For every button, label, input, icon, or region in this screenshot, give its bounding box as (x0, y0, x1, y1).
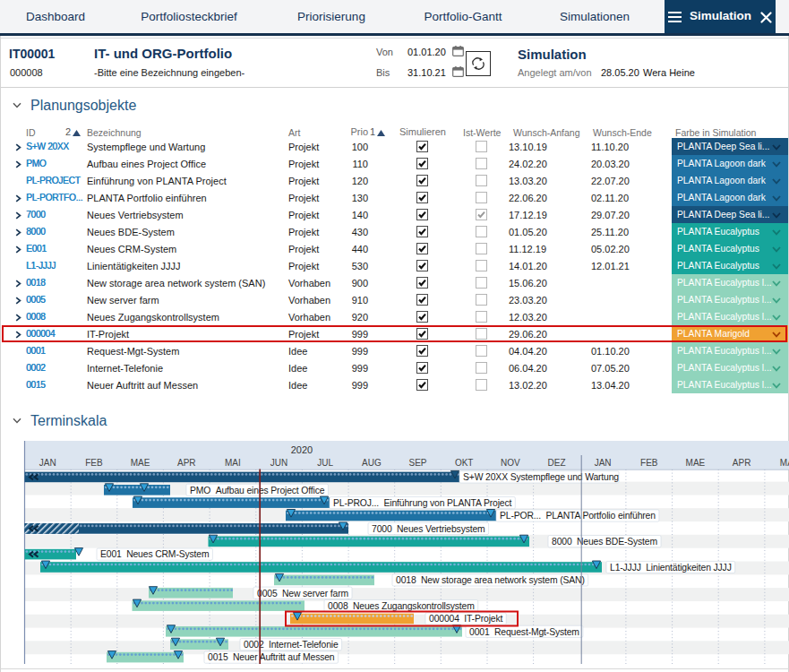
svg-text:JUL: JUL (317, 458, 333, 468)
svg-text:8000 Neues BDE-System: 8000 Neues BDE-System (552, 537, 657, 547)
svg-text:MAE: MAE (686, 458, 706, 468)
svg-text:PMO Aufbau eines Project Offi: PMO Aufbau eines Project Office (190, 486, 325, 495)
svg-text:FEB: FEB (85, 458, 103, 468)
svg-text:0015 Neuer Auftritt auf Messe: 0015 Neuer Auftritt auf Messen (208, 652, 335, 662)
svg-text:0001 Request-Mgt-System: 0001 Request-Mgt-System (469, 627, 579, 637)
svg-text:APR: APR (733, 458, 751, 468)
svg-text:JAN: JAN (39, 458, 56, 468)
svg-text:E001 Neues CRM-System: E001 Neues CRM-System (100, 549, 209, 559)
svg-text:NOV: NOV (501, 458, 520, 468)
svg-text:L1-JJJJ Linientätigkeiten JJJ: L1-JJJJ Linientätigkeiten JJJJ (610, 563, 732, 573)
svg-text:AUG: AUG (362, 458, 382, 468)
svg-text:MAI: MAI (225, 458, 241, 468)
svg-text:0008 Neues Zugangskontrollsys: 0008 Neues Zugangskontrollsystem (328, 601, 475, 611)
svg-text:SEP: SEP (408, 458, 426, 468)
svg-text:OKT: OKT (455, 458, 474, 468)
svg-text:PL-POR... PLANTA Portfolio ei: PL-POR... PLANTA Portfolio einführen (500, 511, 656, 521)
svg-text:PL-PROJ... Einführung von PLA: PL-PROJ... Einführung von PLANTA Project (333, 498, 512, 508)
svg-text:FEB: FEB (640, 458, 658, 468)
svg-text:JAN: JAN (595, 458, 612, 468)
svg-text:DEZ: DEZ (548, 458, 566, 468)
svg-text:0018 New storage area network: 0018 New storage area network system (SA… (396, 575, 585, 585)
svg-text:2020: 2020 (291, 444, 313, 455)
svg-text:0005 New server farm: 0005 New server farm (257, 589, 348, 599)
svg-text:JUN: JUN (270, 458, 287, 468)
svg-text:S+W 20XX Systempflege und Wart: S+W 20XX Systempflege und Wartung (463, 472, 619, 482)
svg-text:0002 Internet-Telefonie: 0002 Internet-Telefonie (244, 640, 339, 650)
svg-text:MAI: MAI (780, 458, 789, 468)
svg-text:APR: APR (177, 458, 196, 468)
svg-text:MAE: MAE (131, 458, 150, 468)
svg-text:7000 Neues Vertriebsystem: 7000 Neues Vertriebsystem (372, 524, 485, 534)
svg-text:000004 IT-Projekt: 000004 IT-Projekt (429, 614, 502, 624)
